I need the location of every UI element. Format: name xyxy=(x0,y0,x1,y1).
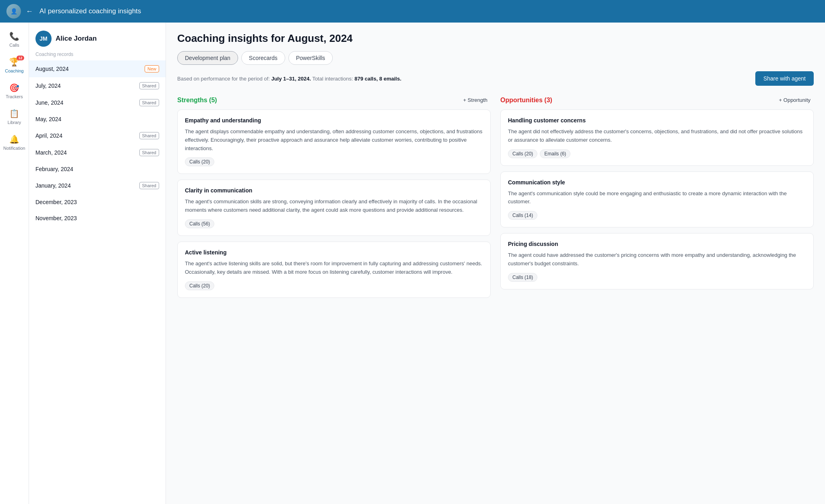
card-body: The agent could have addressed the custo… xyxy=(508,251,806,268)
strength-card: Active listening The agent's active list… xyxy=(177,242,491,298)
record-item[interactable]: May, 2024 xyxy=(29,111,166,127)
tag-row: Calls (20)Emails (6) xyxy=(508,149,806,158)
sidebar-badge: 12 xyxy=(17,56,24,60)
card-body: The agent's communication style could be… xyxy=(508,190,806,207)
strengths-header: Strengths (5) + Strength xyxy=(177,95,491,105)
tag-row: Calls (14) xyxy=(508,211,806,220)
strengths-list: Empathy and understanding The agent disp… xyxy=(177,109,491,298)
main-content: Coaching insights for August, 2024 Devel… xyxy=(166,23,825,504)
sidebar-item-label: Library xyxy=(8,120,21,125)
record-item[interactable]: November, 2023 xyxy=(29,210,166,226)
notification-icon: 🔔 xyxy=(9,134,19,144)
tag: Emails (6) xyxy=(540,149,570,158)
record-label: July, 2024 xyxy=(35,83,61,89)
badge-shared: Shared xyxy=(139,99,159,106)
tag: Calls (14) xyxy=(508,211,537,220)
record-label: August, 2024 xyxy=(35,66,69,72)
back-button[interactable]: ← xyxy=(26,7,33,16)
calls-icon: 📞 xyxy=(9,31,19,41)
record-label: May, 2024 xyxy=(35,116,61,122)
tag: Calls (20) xyxy=(185,281,214,290)
main-layout: 📞 Calls 🏆 Coaching 12 🎯 Trackers 📋 Libra… xyxy=(0,23,825,504)
tab-development[interactable]: Development plan xyxy=(177,51,238,65)
add-strength-button[interactable]: + Strength xyxy=(460,95,491,105)
record-item[interactable]: January, 2024 Shared xyxy=(29,177,166,194)
opportunity-card: Handling customer concerns The agent did… xyxy=(500,109,814,166)
tabs: Development planScorecardsPowerSkills xyxy=(177,51,814,65)
card-title: Empathy and understanding xyxy=(185,117,483,124)
card-body: The agent did not effectively address th… xyxy=(508,128,806,145)
opportunities-column: Opportunities (3) + Opportunity Handling… xyxy=(500,95,814,304)
tag-row: Calls (20) xyxy=(185,157,483,166)
record-label: January, 2024 xyxy=(35,182,71,189)
coaching-records-label: Coaching records xyxy=(29,52,166,60)
sidebar-item-label: Notification xyxy=(3,146,25,151)
opportunities-header: Opportunities (3) + Opportunity xyxy=(500,95,814,105)
sidebar-item-trackers[interactable]: 🎯 Trackers xyxy=(2,79,27,103)
record-label: April, 2024 xyxy=(35,132,62,139)
sidebar-item-label: Calls xyxy=(9,43,19,48)
opportunity-card: Communication style The agent's communic… xyxy=(500,171,814,228)
strengths-title: Strengths (5) xyxy=(177,97,217,104)
record-item[interactable]: June, 2024 Shared xyxy=(29,94,166,111)
user-avatar: 👤 xyxy=(6,4,21,19)
card-body: The agent displays commendable empathy a… xyxy=(185,128,483,153)
opportunity-card: Pricing discussion The agent could have … xyxy=(500,233,814,289)
tag-row: Calls (18) xyxy=(508,273,806,282)
sidebar-item-calls[interactable]: 📞 Calls xyxy=(2,27,27,52)
card-body: The agent's active listening skills are … xyxy=(185,260,483,277)
left-panel: JM Alice Jordan Coaching records August,… xyxy=(29,23,166,504)
tab-powerskills[interactable]: PowerSkills xyxy=(288,51,333,65)
insights-grid: Strengths (5) + Strength Empathy and und… xyxy=(177,95,814,304)
agent-avatar: JM xyxy=(35,31,52,47)
top-nav: 👤 ← AI personalized coaching insights xyxy=(0,0,825,23)
tag: Calls (20) xyxy=(508,149,537,158)
sidebar: 📞 Calls 🏆 Coaching 12 🎯 Trackers 📋 Libra… xyxy=(0,23,29,504)
card-title: Handling customer concerns xyxy=(508,117,806,124)
strength-card: Clarity in communication The agent's com… xyxy=(177,180,491,236)
sidebar-item-library[interactable]: 📋 Library xyxy=(2,105,27,129)
trackers-icon: 🎯 xyxy=(9,83,19,93)
agent-header: JM Alice Jordan xyxy=(29,23,166,52)
perf-bar: Based on performance for the period of: … xyxy=(177,71,814,86)
badge-shared: Shared xyxy=(139,82,159,89)
sidebar-item-notification[interactable]: 🔔 Notification xyxy=(2,130,27,155)
add-opportunity-button[interactable]: + Opportunity xyxy=(776,95,814,105)
records-list: August, 2024 New July, 2024 Shared June,… xyxy=(29,60,166,226)
badge-new: New xyxy=(145,65,159,72)
card-title: Communication style xyxy=(508,179,806,186)
perf-text: Based on performance for the period of: … xyxy=(177,76,401,82)
tag-row: Calls (20) xyxy=(185,281,483,290)
sidebar-item-label: Coaching xyxy=(5,68,23,73)
page-header-title: AI personalized coaching insights xyxy=(39,7,141,15)
strength-card: Empathy and understanding The agent disp… xyxy=(177,109,491,174)
badge-shared: Shared xyxy=(139,182,159,189)
record-item[interactable]: March, 2024 Shared xyxy=(29,144,166,161)
badge-shared: Shared xyxy=(139,132,159,139)
card-body: The agent's communication skills are str… xyxy=(185,198,483,215)
share-with-agent-button[interactable]: Share with agent xyxy=(755,71,814,86)
sidebar-item-label: Trackers xyxy=(6,94,23,99)
agent-name: Alice Jordan xyxy=(56,35,97,43)
record-item[interactable]: July, 2024 Shared xyxy=(29,77,166,94)
tab-scorecards[interactable]: Scorecards xyxy=(241,51,285,65)
record-item[interactable]: April, 2024 Shared xyxy=(29,127,166,144)
record-item[interactable]: August, 2024 New xyxy=(29,60,166,77)
record-label: March, 2024 xyxy=(35,149,67,156)
badge-shared: Shared xyxy=(139,149,159,156)
opportunities-list: Handling customer concerns The agent did… xyxy=(500,109,814,289)
tag: Calls (18) xyxy=(508,273,537,282)
record-label: June, 2024 xyxy=(35,99,63,106)
card-title: Pricing discussion xyxy=(508,241,806,247)
strengths-column: Strengths (5) + Strength Empathy and und… xyxy=(177,95,491,304)
record-item[interactable]: December, 2023 xyxy=(29,194,166,210)
sidebar-item-coaching[interactable]: 🏆 Coaching 12 xyxy=(2,53,27,77)
record-item[interactable]: February, 2024 xyxy=(29,161,166,177)
library-icon: 📋 xyxy=(9,109,19,118)
tag: Calls (56) xyxy=(185,219,214,228)
record-label: February, 2024 xyxy=(35,166,73,172)
page-title: Coaching insights for August, 2024 xyxy=(177,32,814,45)
opportunities-title: Opportunities (3) xyxy=(500,97,552,104)
tag-row: Calls (56) xyxy=(185,219,483,228)
card-title: Active listening xyxy=(185,249,483,256)
